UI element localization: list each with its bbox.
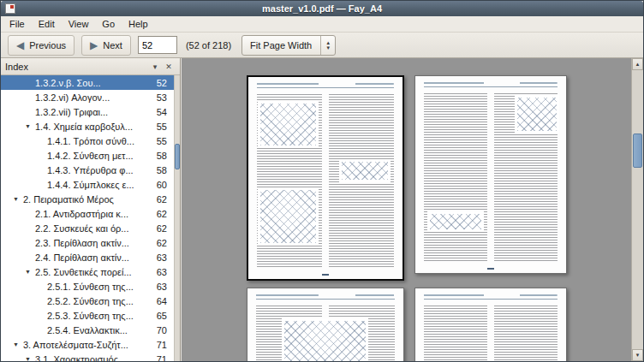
scrollbar-thumb[interactable]	[633, 134, 642, 168]
app-icon	[5, 3, 15, 14]
page-header-decoration	[257, 83, 394, 88]
index-tree: 1.3.2.ν.β. Σου...52 1.3.2.vi) Αλογον...5…	[1, 75, 174, 361]
menu-edit[interactable]: Edit	[32, 16, 62, 32]
index-tree-item[interactable]: 2.1. Αντιδραστήρια κ...62	[1, 206, 174, 221]
sidebar-scrollbar[interactable]	[174, 75, 180, 361]
figure-placeholder	[260, 104, 316, 146]
spin-down-icon: ▼	[325, 45, 331, 50]
sidebar-header: Index ▾ ✕	[1, 58, 180, 75]
expander-icon[interactable]: ▼	[13, 196, 23, 202]
index-tree-item[interactable]: 1.4.2. Σύνθεση μετ...58	[1, 148, 174, 163]
pdf-page	[414, 75, 567, 274]
close-icon: ✕	[165, 62, 172, 71]
zoom-value: Fit Page Width	[242, 40, 320, 50]
index-tree-item[interactable]: 1.3.2.vi) Αλογον...53	[1, 90, 174, 104]
menubar: File Edit View Go Help	[1, 16, 643, 33]
expander-icon[interactable]: ▼	[13, 341, 23, 347]
page-number-mark	[322, 274, 329, 276]
scroll-up-button[interactable]: ▲	[632, 58, 643, 70]
index-tree-item[interactable]: 2.5.4. Εναλλακτικ...70	[1, 323, 174, 337]
sidebar: Index ▾ ✕ 1.3.2.ν.β. Σου...52 1.3.2.vi) …	[1, 58, 181, 361]
menu-help[interactable]: Help	[122, 16, 155, 32]
scroll-down-button[interactable]: ▼	[632, 349, 643, 361]
sidebar-scrollbar-thumb[interactable]	[175, 144, 180, 169]
figure-placeholder	[284, 321, 366, 361]
index-tree-item[interactable]: 2.5.2. Σύνθεση της...64	[1, 294, 174, 308]
zoom-select[interactable]: Fit Page Width ▲ ▼	[242, 35, 336, 56]
index-tree-item[interactable]: ▼2. Πειραματικό Μέρος62	[1, 192, 174, 206]
chevron-down-icon: ▾	[153, 62, 158, 71]
index-tree-item[interactable]: 1.3.2.vii) Τριφαι...54	[1, 104, 174, 119]
index-tree-item[interactable]: 1.4.3. Υπέρυθρα φ...58	[1, 163, 174, 177]
window-title: master_v1.0.pdf — Fay_A4	[262, 3, 382, 14]
figure-placeholder	[342, 162, 388, 180]
index-tree-item[interactable]: 1.3.2.ν.β. Σου...52	[1, 75, 174, 90]
index-tree-item[interactable]: 2.2. Συσκευές και όρ...62	[1, 221, 174, 235]
arrow-left-icon: ◀	[16, 40, 24, 50]
menu-view[interactable]: View	[62, 16, 96, 32]
page-header-decoration	[424, 294, 558, 300]
expander-icon[interactable]: ▼	[25, 356, 35, 361]
figure-placeholder	[430, 214, 481, 229]
page-header-decoration	[424, 82, 558, 87]
index-tree-item[interactable]: ▼2.5. Συνθετικές πορεί...63	[1, 264, 174, 279]
document-view	[182, 58, 631, 361]
index-tree-item[interactable]: 1.4.4. Σύμπλοκες ε...60	[1, 177, 174, 192]
expander-icon[interactable]: ▼	[25, 123, 35, 129]
previous-button[interactable]: ◀ Previous	[8, 35, 75, 56]
arrow-right-icon: ▶	[90, 40, 98, 50]
page-header-decoration	[256, 294, 395, 300]
page-number-mark	[487, 268, 494, 270]
index-tree-item[interactable]: ▼3. Αποτελέσματα-Συζήτ...71	[1, 337, 174, 352]
menu-go[interactable]: Go	[95, 16, 122, 32]
index-tree-item[interactable]: 2.3. Περίθλαση ακτίν...62	[1, 235, 174, 250]
sidebar-title: Index	[5, 62, 148, 72]
scroll-up-icon: ▲	[635, 62, 641, 67]
index-tree-item[interactable]: 2.5.3. Σύνθεση της...65	[1, 308, 174, 323]
pdf-page-current	[247, 75, 404, 281]
scroll-down-icon: ▼	[635, 353, 641, 358]
menu-file[interactable]: File	[3, 16, 32, 32]
page-number-input[interactable]	[138, 36, 177, 54]
previous-label: Previous	[29, 40, 66, 50]
expander-icon[interactable]: ▼	[25, 269, 35, 275]
titlebar[interactable]: master_v1.0.pdf — Fay_A4	[1, 1, 643, 16]
index-tree-item[interactable]: 1.4.1. Τρόποι σύνθ...55	[1, 134, 174, 148]
index-tree-item[interactable]: ▼3.1. Χαρακτηρισμός ...71	[1, 352, 174, 361]
figure-placeholder	[517, 98, 557, 131]
page-status: (52 of 218)	[186, 40, 231, 50]
index-tree-item[interactable]: 2.4. Περίθλαση ακτίν...63	[1, 250, 174, 264]
index-tree-item[interactable]: 2.5.1. Σύνθεση της...63	[1, 279, 174, 294]
figure-placeholder	[260, 190, 316, 242]
toolbar: ◀ Previous ▶ Next (52 of 218) Fit Page W…	[1, 33, 643, 58]
vertical-scrollbar[interactable]: ▲ ▼	[631, 58, 643, 361]
pdf-page	[247, 288, 404, 361]
content-area: Index ▾ ✕ 1.3.2.ν.β. Σου...52 1.3.2.vi) …	[1, 58, 643, 361]
spinner-icons[interactable]: ▲ ▼	[320, 36, 335, 55]
index-tree-item[interactable]: ▼1.4. Χημεία καρβοξυλ...55	[1, 119, 174, 134]
sidebar-close-button[interactable]: ✕	[162, 60, 176, 74]
app-window: master_v1.0.pdf — Fay_A4 File Edit View …	[0, 0, 644, 362]
pdf-page	[414, 288, 567, 361]
next-label: Next	[103, 40, 122, 50]
next-button[interactable]: ▶ Next	[81, 35, 131, 56]
sidebar-mode-dropdown[interactable]: ▾	[148, 60, 162, 74]
